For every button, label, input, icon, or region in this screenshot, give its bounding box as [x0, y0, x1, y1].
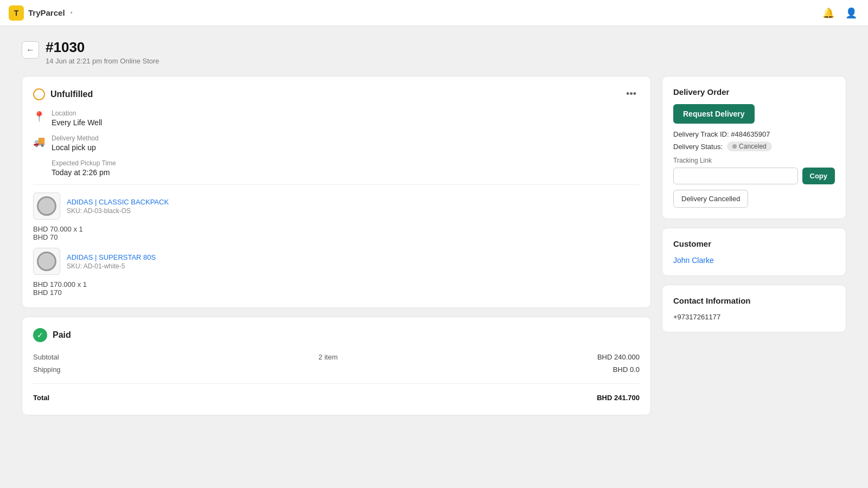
shipping-row: Shipping BHD 0.0	[33, 363, 640, 376]
tracking-input-row: Copy	[673, 168, 835, 184]
status-value: Canceled	[739, 143, 767, 150]
product-2: ADIDAS | SUPERSTAR 80S SKU: AD-01-white-…	[33, 248, 640, 297]
tracking-section: Tracking Link Copy Delivery Cancelled	[673, 157, 835, 208]
main-layout: Unfulfilled ••• 📍 Location Every Life We…	[22, 76, 846, 424]
product-2-link[interactable]: ADIDAS | SUPERSTAR 80S	[67, 253, 156, 261]
truck-icon: 🚚	[33, 136, 45, 147]
product-1-sku: SKU: AD-03-black-OS	[67, 207, 169, 215]
product-1: ADIDAS | CLASSIC BACKPACK SKU: AD-03-bla…	[33, 192, 640, 241]
customer-section-title: Customer	[673, 239, 835, 248]
total-row: Total BHD 241.700	[33, 391, 640, 404]
product-2-img-circle	[37, 252, 56, 271]
track-id-label: Delivery Track ID:	[673, 130, 729, 138]
product-1-row: ADIDAS | CLASSIC BACKPACK SKU: AD-03-bla…	[33, 192, 640, 220]
location-value: Every Life Well	[52, 118, 102, 127]
nav-right: 🔔 👤	[820, 5, 859, 21]
location-row: 📍 Location Every Life Well	[33, 110, 640, 127]
order-title-group: #1030 14 Jun at 2:21 pm from Online Stor…	[46, 39, 159, 65]
paid-check-icon: ✓	[33, 328, 47, 342]
product-2-price: BHD 170.000 x 1	[33, 280, 640, 288]
track-id-row: Delivery Track ID: #484635907	[673, 130, 835, 138]
delivery-order-title: Delivery Order	[673, 87, 835, 97]
location-icon: 📍	[33, 111, 45, 123]
delivery-status-row: Delivery Status: Canceled	[673, 142, 835, 151]
tracking-link-label: Tracking Link	[673, 157, 835, 164]
status-label: Delivery Status:	[673, 143, 723, 151]
request-delivery-button[interactable]: Request Delivery	[673, 104, 755, 124]
total-value: BHD 241.700	[597, 394, 640, 402]
unfulfilled-status-circle	[33, 88, 45, 100]
logo-icon: T	[9, 5, 24, 21]
pickup-time-info: Expected Pickup Time Today at 2:26 pm	[52, 159, 116, 177]
subtotal-label: Subtotal	[33, 353, 59, 361]
order-header: ← #1030 14 Jun at 2:21 pm from Online St…	[22, 39, 846, 65]
status-badge: Canceled	[727, 142, 772, 151]
product-2-info: ADIDAS | SUPERSTAR 80S SKU: AD-01-white-…	[67, 253, 156, 270]
tracking-link-input[interactable]	[673, 168, 798, 184]
page-content: ← #1030 14 Jun at 2:21 pm from Online St…	[0, 26, 868, 437]
pickup-time-value: Today at 2:26 pm	[52, 168, 116, 177]
pickup-time-label: Expected Pickup Time	[52, 159, 116, 167]
delivery-order-card: Delivery Order Request Delivery Delivery…	[662, 76, 846, 219]
back-button[interactable]: ←	[22, 41, 39, 59]
customer-card: Customer John Clarke	[662, 228, 846, 276]
order-number: #1030	[46, 39, 159, 56]
product-1-image	[33, 192, 60, 220]
delivery-method-row: 🚚 Delivery Method Local pick up	[33, 134, 640, 152]
paid-card-header: ✓ Paid	[33, 328, 640, 342]
track-id-value: #484635907	[731, 130, 770, 138]
subtotal-row: Subtotal 2 item BHD 240.000	[33, 351, 640, 363]
spacer	[33, 241, 640, 248]
subtotal-count: 2 item	[318, 353, 337, 361]
delivery-cancelled-button[interactable]: Delivery Cancelled	[673, 190, 748, 208]
subtotal-value: BHD 240.000	[597, 353, 640, 361]
logo-dot: •	[71, 9, 73, 17]
status-dot	[732, 144, 737, 149]
paid-title: Paid	[53, 330, 71, 340]
right-column: Delivery Order Request Delivery Delivery…	[662, 76, 846, 332]
product-2-row: ADIDAS | SUPERSTAR 80S SKU: AD-01-white-…	[33, 248, 640, 275]
top-navigation: T TryParcel • 🔔 👤	[0, 0, 868, 26]
product-2-sku: SKU: AD-01-white-5	[67, 262, 156, 270]
contact-card: Contact Information +97317261177	[662, 285, 846, 332]
unfulfilled-title: Unfulfilled	[50, 89, 93, 99]
product-1-price: BHD 70.000 x 1	[33, 225, 640, 233]
total-label: Total	[33, 394, 49, 402]
product-1-img-circle	[37, 196, 56, 216]
divider-1	[33, 184, 640, 185]
product-2-image	[33, 248, 60, 275]
delivery-method-value: Local pick up	[52, 143, 99, 152]
contact-phone: +97317261177	[673, 313, 835, 321]
location-label: Location	[52, 110, 102, 117]
unfulfilled-card-header: Unfulfilled •••	[33, 87, 640, 101]
customer-name[interactable]: John Clarke	[673, 256, 835, 265]
product-1-info: ADIDAS | CLASSIC BACKPACK SKU: AD-03-bla…	[67, 197, 169, 215]
shipping-label: Shipping	[33, 365, 61, 374]
product-1-link[interactable]: ADIDAS | CLASSIC BACKPACK	[67, 198, 169, 206]
unfulfilled-card: Unfulfilled ••• 📍 Location Every Life We…	[22, 76, 651, 308]
product-2-total: BHD 170	[33, 288, 640, 297]
left-column: Unfulfilled ••• 📍 Location Every Life We…	[22, 76, 651, 424]
logo-group: T TryParcel •	[9, 5, 73, 21]
divider-2	[33, 383, 640, 384]
copy-button[interactable]: Copy	[802, 168, 835, 184]
app-name: TryParcel	[28, 8, 65, 17]
order-date: 14 Jun at 2:21 pm from Online Store	[46, 57, 159, 65]
more-options-button[interactable]: •••	[623, 87, 640, 101]
paid-card: ✓ Paid Subtotal 2 item BHD 240.000 Shipp…	[22, 317, 651, 415]
profile-icon[interactable]: 👤	[843, 5, 859, 21]
shipping-value: BHD 0.0	[613, 365, 640, 374]
unfulfilled-title-group: Unfulfilled	[33, 88, 93, 100]
product-1-total: BHD 70	[33, 233, 640, 241]
delivery-method-info: Delivery Method Local pick up	[52, 134, 99, 152]
contact-section-title: Contact Information	[673, 296, 835, 305]
notification-bell-icon[interactable]: 🔔	[820, 5, 837, 21]
pickup-time-row: 📍 Expected Pickup Time Today at 2:26 pm	[33, 159, 640, 177]
delivery-method-label: Delivery Method	[52, 134, 99, 142]
location-info: Location Every Life Well	[52, 110, 102, 127]
